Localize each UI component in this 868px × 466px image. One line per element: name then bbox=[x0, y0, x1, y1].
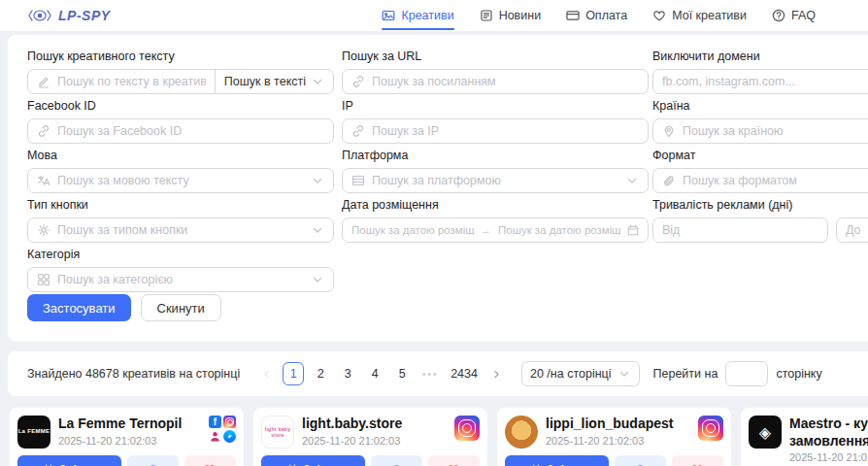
card-title[interactable]: Maestro - кухні, меблі на замовлення в У… bbox=[789, 416, 868, 449]
filter-country: Країна bbox=[652, 99, 868, 144]
field-label: Facebook ID bbox=[27, 99, 334, 113]
exclude-domains-input-box[interactable] bbox=[652, 69, 868, 94]
nav-label: Оплата bbox=[585, 9, 627, 22]
payment-icon bbox=[566, 9, 580, 22]
creative-card[interactable]: La FEMME La Femme Ternopil 2025-11-20 21… bbox=[10, 408, 244, 466]
nav-item-creatives[interactable]: Креативи bbox=[382, 0, 453, 31]
text-search-mode-select[interactable]: Пошук в тексті bbox=[215, 70, 333, 93]
instagram-icon bbox=[454, 416, 480, 441]
card-date: 2025-11-20 21:02:03 bbox=[546, 435, 690, 447]
location-pin-icon bbox=[662, 124, 676, 138]
page-button-1[interactable]: 1 bbox=[283, 362, 304, 385]
creative-text-input[interactable] bbox=[57, 75, 206, 88]
nav-item-payment[interactable]: Оплата bbox=[566, 0, 627, 31]
favorite-button[interactable] bbox=[184, 455, 236, 466]
category-input[interactable] bbox=[57, 273, 304, 286]
filter-facebook-id: Facebook ID bbox=[27, 99, 334, 144]
apply-button[interactable]: Застосувати bbox=[27, 294, 131, 321]
nav-label: Креативи bbox=[401, 9, 453, 22]
card-date: 2025-11-20 21:02:03 bbox=[789, 451, 868, 463]
button-type-input[interactable] bbox=[57, 223, 304, 237]
filters-panel: Пошук креативного тексту Пошук в тексті … bbox=[8, 35, 868, 342]
duration-from-input[interactable] bbox=[662, 223, 818, 237]
facebook-id-input-box[interactable] bbox=[27, 118, 334, 144]
eye-logo-icon bbox=[27, 8, 52, 23]
filter-duration: Тривалість реклами (дні) bbox=[652, 198, 868, 243]
nav-item-faq[interactable]: FAQ bbox=[772, 0, 816, 31]
favorite-button[interactable] bbox=[428, 455, 480, 466]
page-button-last[interactable]: 2434 bbox=[448, 362, 481, 385]
country-input[interactable] bbox=[683, 124, 868, 138]
pencil-icon bbox=[37, 75, 50, 88]
favorite-button[interactable] bbox=[672, 455, 723, 466]
translate-icon bbox=[37, 174, 50, 187]
url-input[interactable] bbox=[372, 75, 639, 88]
creative-card[interactable]: lippi_lion_budapest 2025-11-20 21:02:03 … bbox=[497, 408, 731, 466]
page-size-select[interactable]: 20 /на сторінці bbox=[521, 361, 640, 386]
instagram-icon bbox=[223, 416, 236, 428]
card-title[interactable]: light.baby.store bbox=[302, 416, 447, 433]
date-range-picker[interactable]: Пошук за датою розміщення → Пошук за дат… bbox=[342, 217, 649, 243]
facebook-id-input[interactable] bbox=[57, 124, 324, 138]
platform-input[interactable] bbox=[372, 174, 618, 187]
button-type-select-box[interactable] bbox=[27, 217, 334, 243]
eye-icon bbox=[633, 463, 648, 466]
url-input-box[interactable] bbox=[342, 69, 649, 94]
page-size-value: 20 /на сторінці bbox=[530, 367, 612, 381]
creatives-grid: La FEMME La Femme Ternopil 2025-11-20 21… bbox=[10, 408, 868, 466]
duration-to-input[interactable] bbox=[846, 223, 868, 237]
view-button[interactable] bbox=[615, 455, 666, 466]
next-page-button[interactable] bbox=[486, 362, 508, 385]
card-title[interactable]: La Femme Ternopil bbox=[58, 416, 201, 433]
format-select-box[interactable] bbox=[652, 168, 868, 193]
page-button-4[interactable]: 4 bbox=[364, 362, 385, 385]
page-button-2[interactable]: 2 bbox=[310, 362, 331, 385]
brand-logo[interactable]: LP-SPY bbox=[27, 0, 111, 31]
reset-button[interactable]: Скинути bbox=[141, 294, 221, 321]
avatar-text: La FEMME bbox=[18, 428, 50, 435]
duration-to-box[interactable] bbox=[836, 217, 868, 243]
days-active-button[interactable]: 0 days bbox=[505, 455, 609, 466]
brand-name: LP-SPY bbox=[58, 8, 111, 23]
country-select-box[interactable] bbox=[652, 118, 868, 144]
platform-icons: f bbox=[209, 416, 236, 449]
days-active-button[interactable]: 3 days bbox=[17, 455, 121, 466]
nav-item-news[interactable]: Новини bbox=[480, 0, 542, 31]
maestro-logo-icon: ◈ bbox=[759, 423, 771, 442]
avatar: La FEMME bbox=[17, 416, 50, 449]
category-select-box[interactable] bbox=[27, 267, 334, 292]
language-input[interactable] bbox=[57, 174, 304, 187]
creative-card[interactable]: ◈ Maestro - кухні, меблі на замовлення в… bbox=[741, 408, 868, 466]
exclude-domains-input[interactable] bbox=[662, 75, 868, 88]
filter-category: Категорія bbox=[27, 248, 334, 292]
goto-page-control: Перейти на сторінку bbox=[653, 361, 822, 386]
creative-card[interactable]: light baby store light.baby.store 2025-1… bbox=[253, 408, 487, 466]
page-button-5[interactable]: 5 bbox=[391, 362, 413, 385]
card-title[interactable]: lippi_lion_budapest bbox=[546, 416, 690, 433]
page-button-3[interactable]: 3 bbox=[337, 362, 358, 385]
link-icon bbox=[37, 124, 50, 138]
news-icon bbox=[480, 9, 493, 22]
creative-text-input-box[interactable] bbox=[28, 70, 215, 93]
date-from-placeholder[interactable]: Пошук за датою розміщення bbox=[351, 224, 474, 236]
view-button[interactable] bbox=[127, 455, 179, 466]
nav-item-my-creatives[interactable]: Мої креативи bbox=[652, 0, 747, 31]
language-select-box[interactable] bbox=[27, 168, 334, 193]
date-to-placeholder[interactable]: Пошук за датою розміщення bbox=[498, 224, 620, 236]
pagination-ellipsis[interactable]: ••• bbox=[418, 369, 442, 380]
format-input[interactable] bbox=[683, 174, 868, 187]
field-label: Формат bbox=[652, 149, 868, 162]
goto-page-input[interactable] bbox=[725, 361, 768, 386]
ip-input-box[interactable] bbox=[342, 118, 649, 144]
filter-url: Пошук за URL bbox=[342, 50, 649, 94]
platform-select-box[interactable] bbox=[342, 168, 649, 193]
eye-icon bbox=[389, 463, 404, 466]
link-icon bbox=[351, 124, 365, 138]
duration-from-box[interactable] bbox=[652, 217, 828, 243]
filter-actions: Застосувати Скинути bbox=[27, 294, 221, 321]
ip-input[interactable] bbox=[372, 124, 639, 138]
prev-page-button[interactable] bbox=[255, 362, 277, 385]
view-button[interactable] bbox=[371, 455, 422, 466]
pagination-bar: Знайдено 48678 креативів на сторінці 1 2… bbox=[8, 351, 868, 396]
days-active-button[interactable]: 3 days bbox=[261, 455, 365, 466]
